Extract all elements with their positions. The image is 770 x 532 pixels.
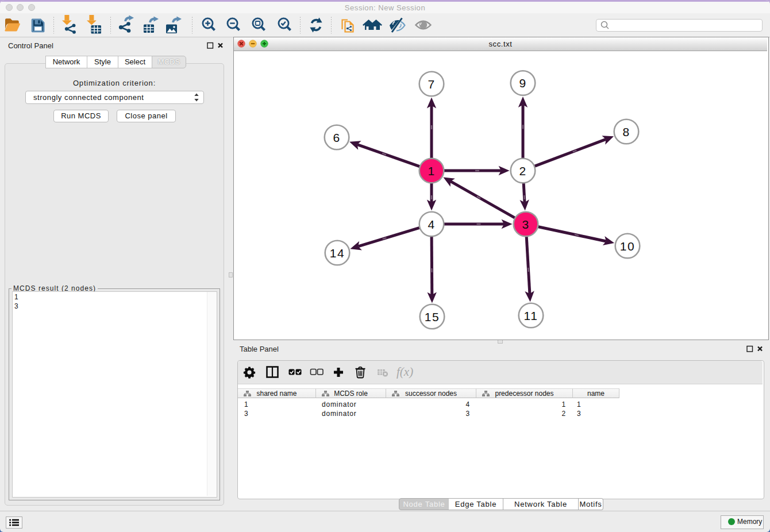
svg-text:6: 6 — [333, 131, 340, 144]
svg-text:2: 2 — [519, 164, 526, 178]
svg-text:3: 3 — [522, 218, 529, 231]
svg-text:9: 9 — [519, 76, 526, 90]
svg-text:8: 8 — [622, 125, 630, 138]
svg-text:1: 1 — [428, 164, 435, 178]
svg-text:f(x): f(x) — [396, 365, 413, 379]
svg-text:10: 10 — [620, 240, 635, 253]
svg-text:4: 4 — [428, 218, 435, 231]
svg-text:11: 11 — [524, 309, 538, 322]
svg-text:14: 14 — [330, 246, 345, 260]
svg-text:15: 15 — [425, 310, 440, 323]
svg-text:7: 7 — [428, 78, 435, 91]
